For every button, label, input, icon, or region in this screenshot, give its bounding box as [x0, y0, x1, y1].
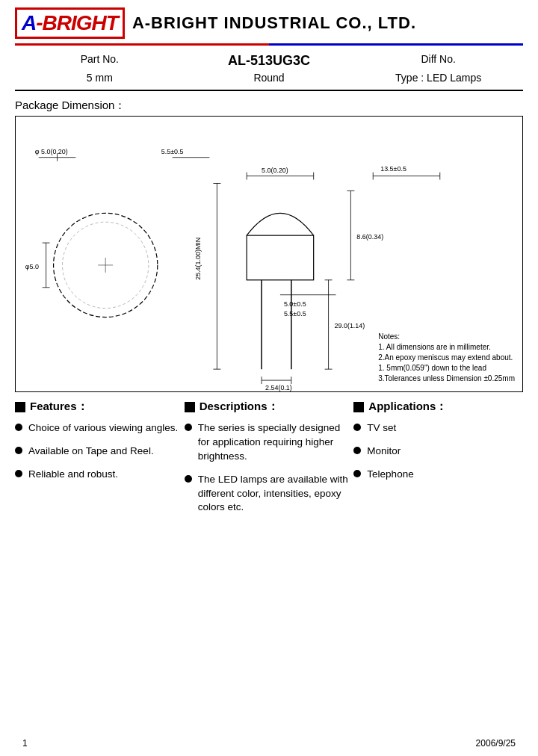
feature-text-2: Available on Tape and Reel. — [28, 444, 154, 459]
feature-item-2: Available on Tape and Reel. — [15, 444, 185, 459]
svg-text:13.5±0.5: 13.5±0.5 — [380, 165, 406, 173]
info-section: Features： Choice of various viewing angl… — [15, 400, 523, 524]
descriptions-label: Descriptions： — [200, 400, 279, 414]
package-dimension-title: Package Dimension： — [15, 99, 523, 113]
applications-icon — [353, 402, 364, 412]
logo: A-BRIGHT — [15, 7, 125, 39]
descriptions-header: Descriptions： — [185, 400, 354, 414]
svg-text:φ 5.0(0.20): φ 5.0(0.20) — [35, 148, 68, 155]
app-bullet-3 — [353, 470, 361, 477]
logo-bright: -BRIGHT — [36, 11, 118, 34]
description-item-2: The LED lamps are available with differe… — [185, 473, 354, 515]
size-value: 5 mm — [15, 72, 185, 84]
app-text-1: TV set — [367, 421, 396, 436]
desc-bullet-1 — [185, 424, 192, 431]
feature-text-3: Reliable and robust. — [28, 468, 118, 482]
feature-text-1: Choice of various viewing angles. — [28, 421, 178, 436]
part-no-label: Part No. — [15, 53, 185, 69]
logo-a: A — [22, 11, 36, 34]
note3: 1. 5mm(0.059") down to the lead — [378, 363, 515, 374]
diagram-area: φ 5.0(0.20) 5.5±0.5 φ5.0 25.4(1.00)MIN — [15, 116, 523, 392]
header: A-BRIGHT A-BRIGHT INDUSTRIAL CO., LTD. — [0, 0, 538, 43]
bullet-2 — [15, 447, 22, 454]
part-row1: Part No. AL-513UG3C Diff No. — [15, 53, 523, 69]
svg-text:2.54(0.1): 2.54(0.1) — [265, 384, 292, 391]
descriptions-icon — [185, 402, 195, 412]
diff-no-label: Diff No. — [353, 53, 523, 69]
note2: 2.An epoxy meniscus may extend about. — [378, 353, 515, 363]
features-col: Features： Choice of various viewing angl… — [15, 400, 185, 524]
applications-col: Applications： TV set Monitor Telephone — [353, 400, 523, 524]
notes-box: Notes: 1. All dimensions are in millimet… — [378, 332, 515, 384]
part-row2: 5 mm Round Type : LED Lamps — [15, 72, 523, 84]
applications-header: Applications： — [353, 400, 523, 414]
desc-bullet-2 — [185, 475, 192, 483]
notes-title: Notes: — [378, 332, 515, 342]
svg-text:5.5±0.5: 5.5±0.5 — [284, 310, 306, 317]
bullet-3 — [15, 470, 22, 477]
footer: 1 2006/9/25 — [0, 738, 538, 749]
description-text-1: The series is specially designed for app… — [198, 421, 354, 464]
feature-item-1: Choice of various viewing angles. — [15, 421, 185, 436]
app-item-3: Telephone — [353, 468, 523, 482]
features-icon — [15, 402, 25, 412]
feature-item-3: Reliable and robust. — [15, 468, 185, 482]
app-bullet-2 — [353, 447, 361, 454]
part-info: Part No. AL-513UG3C Diff No. 5 mm Round … — [15, 53, 523, 91]
app-text-3: Telephone — [367, 468, 413, 482]
bullet-1 — [15, 424, 22, 431]
features-header: Features： — [15, 400, 185, 414]
shape-value: Round — [185, 72, 354, 84]
features-label: Features： — [30, 400, 88, 414]
note1: 1. All dimensions are in millimeter. — [378, 342, 515, 353]
app-text-2: Monitor — [367, 444, 401, 459]
svg-text:5.0(0.20): 5.0(0.20) — [262, 167, 288, 174]
header-line — [15, 43, 523, 46]
svg-text:25.4(1.00)MIN: 25.4(1.00)MIN — [194, 238, 202, 280]
app-item-1: TV set — [353, 421, 523, 436]
svg-text:8.6(0.34): 8.6(0.34) — [356, 233, 383, 241]
descriptions-col: Descriptions： The series is specially de… — [185, 400, 354, 524]
svg-rect-17 — [247, 235, 314, 280]
company-name: A-BRIGHT INDUSTRIAL CO., LTD. — [132, 13, 416, 33]
part-no-value: AL-513UG3C — [185, 53, 354, 69]
svg-text:φ5.0: φ5.0 — [25, 263, 39, 270]
description-text-2: The LED lamps are available with differe… — [198, 473, 354, 515]
note4: 3.Tolerances unless Dimension ±0.25mm — [378, 374, 515, 384]
app-item-2: Monitor — [353, 444, 523, 459]
description-item-1: The series is specially designed for app… — [185, 421, 354, 464]
type-value: Type : LED Lamps — [353, 72, 523, 84]
app-bullet-1 — [353, 424, 361, 431]
footer-date: 2006/9/25 — [476, 738, 516, 749]
svg-text:29.0(1.14): 29.0(1.14) — [335, 322, 365, 329]
footer-page: 1 — [22, 738, 28, 749]
applications-label: Applications： — [368, 400, 447, 414]
svg-text:5.0±0.5: 5.0±0.5 — [284, 300, 306, 308]
svg-text:5.5±0.5: 5.5±0.5 — [161, 148, 184, 155]
